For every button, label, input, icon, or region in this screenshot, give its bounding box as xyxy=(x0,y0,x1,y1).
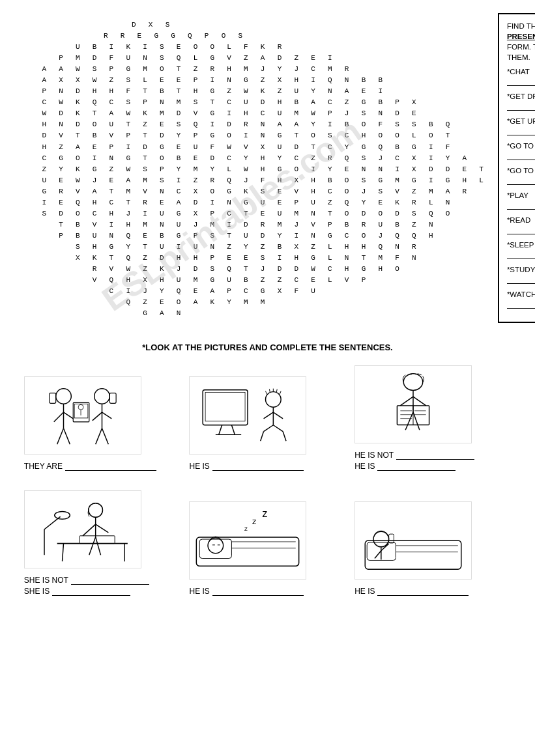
word-label: *STUDY xyxy=(507,266,535,273)
word-label: *WATCH TV xyxy=(507,290,535,298)
word-write-line[interactable] xyxy=(507,102,535,111)
word-label: *PLAY xyxy=(507,191,535,199)
fill-line-5[interactable] xyxy=(212,587,304,596)
wordsearch-row: C G O I N G T O B E D C Y H Y C Z R Q S … xyxy=(20,153,485,164)
caption-he-is-not: HE IS NOT xyxy=(354,451,474,460)
svg-line-30 xyxy=(264,412,274,419)
word-write-line[interactable] xyxy=(507,250,535,259)
picture-item-2: HE IS xyxy=(189,376,345,471)
svg-rect-63 xyxy=(200,539,232,559)
svg-line-28 xyxy=(280,391,282,395)
picture-item-1: THEY ARE xyxy=(24,376,181,471)
picture-box-5: z z z xyxy=(189,501,306,580)
svg-line-20 xyxy=(219,425,222,435)
caption-she-is-not: SHE IS NOT xyxy=(24,576,149,585)
word-label: *GET UP xyxy=(507,117,535,125)
picture-item-3: HE IS NOT HE IS xyxy=(354,365,511,471)
caption-he-is-row2-2: HE IS xyxy=(354,587,469,596)
wordsearch-row: H Z A E P I D G E U F W V X U D T C Y G … xyxy=(20,142,485,153)
sidebar-word-item: *GO TO BED xyxy=(507,142,535,160)
svg-line-59 xyxy=(95,537,100,555)
word-write-line[interactable] xyxy=(507,176,535,185)
wordsearch-row: D V T B V P T D Y P G O I N G T O S C H … xyxy=(20,130,485,141)
wordsearch-row: I E Q H C T R E A D I N G U E P U Z Q Y … xyxy=(20,197,485,208)
sidebar-word-item: *GET DRESSED xyxy=(507,92,535,111)
word-label: *GET DRESSED xyxy=(507,92,535,100)
wordsearch-row: P N D H H F T B T H G Z W K Z U Y N A E … xyxy=(20,86,485,97)
caption-she-is: SHE IS xyxy=(24,587,130,596)
sidebar-word-item: *SLEEP xyxy=(507,241,535,259)
wordsearch-row: P M D F U N S Q L G V Z A D Z E I xyxy=(20,53,485,64)
svg-line-34 xyxy=(261,432,264,441)
wordsearch-row: S H G Y T U I U N Z Y Z B X Z L H H Q N … xyxy=(20,242,485,253)
svg-line-58 xyxy=(89,537,96,555)
word-write-line[interactable] xyxy=(507,77,535,86)
svg-point-74 xyxy=(373,532,389,548)
word-write-line[interactable] xyxy=(507,126,535,135)
wordsearch-row: Q Z E O A K Y M M xyxy=(20,297,485,308)
svg-rect-72 xyxy=(365,540,461,569)
fill-line-2[interactable] xyxy=(212,462,304,471)
svg-point-9 xyxy=(78,405,83,410)
wordsearch-row: C I J Y Q E A P C G X F U xyxy=(20,286,485,297)
pictures-title: *LOOK AT THE PICTURES AND COMPLETE THE S… xyxy=(20,343,515,352)
wordsearch-row: X K T Q Z D H H P E E S I H G L N T M F … xyxy=(20,253,485,264)
svg-line-54 xyxy=(83,525,96,537)
fill-line-3a[interactable] xyxy=(396,451,474,460)
fill-line-4a[interactable] xyxy=(71,576,149,585)
wordsearch-row: C W K Q C S P N M S T C U D H B A C Z G … xyxy=(20,97,485,108)
svg-rect-8 xyxy=(74,404,88,419)
wordsearch-row: U E W J E A M S I Z R Q J F H X H B O S … xyxy=(20,175,485,186)
wordsearch-row: G R V A T M V N C X O G K S E V H C O J … xyxy=(20,186,485,197)
sidebar-word-item: *READ xyxy=(507,216,535,234)
pictures-row-1: THEY ARE xyxy=(20,365,515,471)
svg-line-31 xyxy=(274,412,283,419)
svg-line-3 xyxy=(63,412,73,419)
word-label: *READ xyxy=(507,216,535,224)
wordsearch-row: T B V I H M N U J M I D R M J V P B R U … xyxy=(20,219,485,231)
svg-text:z: z xyxy=(245,525,248,533)
wordsearch-row: A A W S P G M O T Z R H M J Y J C M R xyxy=(20,64,485,75)
word-label: *CHAT xyxy=(507,68,535,76)
picture-item-5: z z z HE IS xyxy=(189,501,345,596)
page: ESLprintables.com D X S R R E G G Q P O … xyxy=(0,0,535,756)
sidebar-word-item: *CHAT xyxy=(507,68,535,86)
word-write-line[interactable] xyxy=(507,201,535,210)
sidebar-title-line3: THEM. xyxy=(507,53,530,61)
word-write-line[interactable] xyxy=(507,225,535,234)
svg-line-38 xyxy=(400,397,413,406)
picture-box-6 xyxy=(354,501,472,580)
word-write-line[interactable] xyxy=(507,300,535,309)
word-label: *GO TO BED xyxy=(507,142,535,150)
svg-rect-18 xyxy=(203,390,248,425)
wordsearch-row: P B U N Q E B G P S T U D Y I N G C O J … xyxy=(20,231,485,242)
svg-rect-19 xyxy=(206,393,246,421)
svg-point-0 xyxy=(56,389,72,404)
fill-line-6[interactable] xyxy=(377,587,469,596)
fill-line-3b[interactable] xyxy=(377,462,455,471)
svg-line-78 xyxy=(375,551,381,559)
sidebar-title: FIND THE WORDS IN THE PRESENT CONTINUOUS… xyxy=(507,21,535,63)
wordsearch-row: V Q H X H U M G U B Z Z C E L V P xyxy=(20,275,485,286)
svg-line-27 xyxy=(277,389,278,393)
svg-line-32 xyxy=(264,425,274,432)
fill-line-4b[interactable] xyxy=(52,587,130,596)
wordsearch-row: A X X W Z S L E E P I N G Z X H I Q N B … xyxy=(20,75,485,86)
sidebar-word-item: *GET UP xyxy=(507,117,535,135)
caption-he-is-row2-1: HE IS xyxy=(189,587,303,596)
fill-line-1[interactable] xyxy=(65,462,156,471)
svg-line-13 xyxy=(93,412,102,421)
svg-point-66 xyxy=(209,538,224,553)
svg-line-35 xyxy=(283,432,287,441)
svg-line-21 xyxy=(232,425,235,435)
svg-line-55 xyxy=(95,525,108,533)
word-write-line[interactable] xyxy=(507,151,535,160)
wordsearch-row: G A N xyxy=(20,308,485,319)
svg-line-33 xyxy=(274,425,283,432)
sidebar-title-underline: PRESENT CONTINUOUS xyxy=(507,33,535,40)
word-write-line[interactable] xyxy=(507,275,535,284)
sidebar: FIND THE WORDS IN THE PRESENT CONTINUOUS… xyxy=(498,13,535,323)
picture-box-1 xyxy=(24,376,141,455)
wordsearch-row: U B I K I S E O O L F K R xyxy=(20,42,485,53)
svg-line-14 xyxy=(102,412,111,419)
